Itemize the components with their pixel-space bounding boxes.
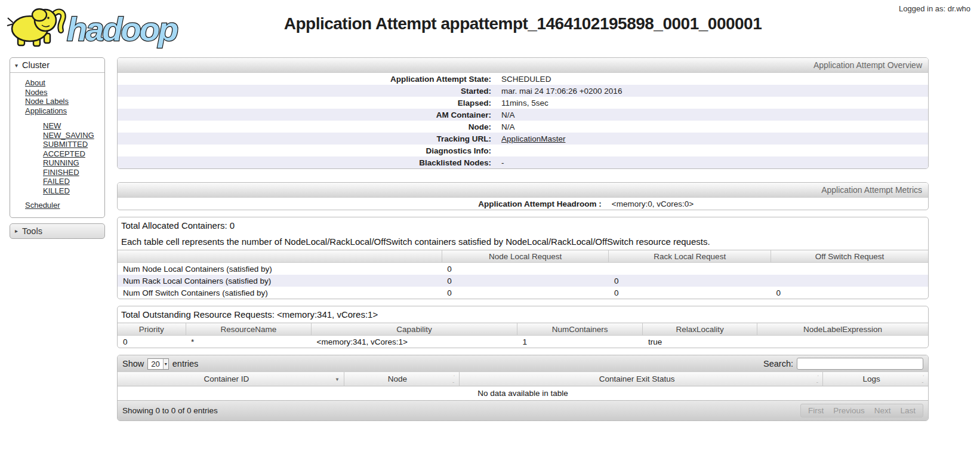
column-header-nodelabelexpression: NodeLabelExpression <box>757 323 928 336</box>
list-item: SUBMITTED <box>43 140 104 149</box>
list-item: Nodes <box>25 88 104 97</box>
am-container-value: N/A <box>494 109 928 121</box>
sidebar-item-accepted[interactable]: ACCEPTED <box>43 149 85 158</box>
hadoop-wordmark: hadoop <box>67 10 178 48</box>
sort-both-icon: ˈˍ <box>453 376 455 382</box>
containers-datatable-box: Show 20 ▾ entries Search: Container <box>117 355 929 421</box>
column-header-priority: Priority <box>118 323 186 336</box>
elapsed-value: 11mins, 5sec <box>494 97 928 109</box>
scheduler-link-list: Scheduler <box>10 201 104 210</box>
list-item: NEW <box>43 121 104 131</box>
triangle-right-icon: ▸ <box>15 228 18 234</box>
sort-both-icon: ˈˍ <box>816 376 818 382</box>
overview-box: Application Attempt Overview Application… <box>117 57 929 169</box>
row-label: Application Attempt State: <box>118 73 494 85</box>
tools-accordion-header[interactable]: ▸ Tools <box>10 223 105 239</box>
sidebar: ▾ Cluster About Nodes Node Labels Applic… <box>10 57 105 428</box>
list-item: About <box>25 78 104 88</box>
pagination-previous-button[interactable]: Previous <box>833 406 865 415</box>
table-header-row: Node Local Request Rack Local Request Of… <box>118 250 928 263</box>
row-label: Diagnostics Info: <box>118 145 494 156</box>
metrics-box: Application Attempt Metrics Application … <box>117 182 929 210</box>
row-label: Application Attempt Headroom : <box>118 198 604 210</box>
node-value: N/A <box>494 121 928 133</box>
tools-label: Tools <box>22 226 42 236</box>
list-item: RUNNING <box>43 158 104 168</box>
metrics-table: Application Attempt Headroom :<memory:0,… <box>118 198 928 210</box>
cell-value <box>757 336 928 348</box>
column-header-label: Node <box>388 374 407 383</box>
sidebar-item-finished[interactable]: FINISHED <box>43 168 79 177</box>
row-label: Tracking URL: <box>118 133 494 145</box>
allocated-table: Node Local Request Rack Local Request Of… <box>118 250 928 299</box>
list-item: FINISHED <box>43 168 104 177</box>
table-row: AM Container:N/A <box>118 109 928 121</box>
triangle-down-icon: ▾ <box>15 62 18 69</box>
sidebar-item-killed[interactable]: KILLED <box>43 186 70 195</box>
show-label: Show <box>122 359 144 368</box>
cell-value: 0 <box>609 287 771 299</box>
blacklisted-nodes-value: - <box>494 156 928 168</box>
pagination-next-button[interactable]: Next <box>874 406 891 415</box>
cell-value: true <box>643 336 757 348</box>
list-item: Applications <box>25 106 104 116</box>
sidebar-item-submitted[interactable]: SUBMITTED <box>43 140 88 149</box>
sidebar-item-failed[interactable]: FAILED <box>43 177 70 186</box>
column-header-numcontainers: NumContainers <box>517 323 642 336</box>
sidebar-item-running[interactable]: RUNNING <box>43 158 79 167</box>
allocated-containers-box: Total Allocated Containers: 0 Each table… <box>117 217 929 299</box>
column-header-container-exit-status[interactable]: Container Exit Status ˈˍ <box>459 372 823 386</box>
sidebar-item-new[interactable]: NEW <box>43 121 61 130</box>
sidebar-item-new-saving[interactable]: NEW_SAVING <box>43 131 94 140</box>
table-row: Num Rack Local Containers (satisfied by)… <box>118 275 928 287</box>
chevron-down-icon: ▾ <box>163 359 168 369</box>
application-master-link[interactable]: ApplicationMaster <box>501 134 565 143</box>
column-header-container-id[interactable]: Container ID ▼ <box>118 372 344 386</box>
pagination-last-button[interactable]: Last <box>900 406 916 415</box>
column-header-label: Logs <box>863 374 880 383</box>
table-row: Node:N/A <box>118 121 928 133</box>
page-size-value: 20 <box>151 360 159 368</box>
hadoop-logo: hadoop <box>5 2 184 55</box>
datatable-header-row: Container ID ▼ Node ˈˍ Container Exit St… <box>118 372 928 386</box>
column-header-rack-local: Rack Local Request <box>609 250 771 263</box>
headroom-value: <memory:0, vCores:0> <box>604 198 928 210</box>
sidebar-item-node-labels[interactable]: Node Labels <box>25 97 69 106</box>
total-outstanding-requests: Total Outstanding Resource Requests: <me… <box>118 306 928 322</box>
app-attempt-state-value: SCHEDULED <box>494 73 928 85</box>
sort-both-icon: ˈˍ <box>922 376 924 382</box>
sidebar-item-applications[interactable]: Applications <box>25 106 67 115</box>
sidebar-item-about[interactable]: About <box>25 78 45 87</box>
pagination-first-button[interactable]: First <box>808 406 824 415</box>
metrics-bar-title: Application Attempt Metrics <box>118 183 928 198</box>
cluster-nav-box: ▾ Cluster About Nodes Node Labels Applic… <box>10 57 105 218</box>
cell-value: 0 <box>442 263 609 275</box>
row-label: Started: <box>118 85 494 97</box>
column-header-label: Container ID <box>204 374 249 383</box>
yarn-app-attempt-page: Logged in as: dr.who <box>0 0 980 473</box>
table-row: Diagnostics Info: <box>118 145 928 156</box>
list-item: NEW_SAVING <box>43 131 104 140</box>
cluster-links: About Nodes Node Labels Applications <box>10 78 104 115</box>
row-label: Num Node Local Containers (satisfied by) <box>118 263 442 275</box>
diagnostics-info-value <box>494 145 928 156</box>
sidebar-item-scheduler[interactable]: Scheduler <box>25 201 60 210</box>
table-row: Application Attempt Headroom :<memory:0,… <box>118 198 928 210</box>
table-row: Num Node Local Containers (satisfied by)… <box>118 263 928 275</box>
column-header-logs[interactable]: Logs ˈˍ <box>822 372 928 386</box>
cell-value: <memory:341, vCores:1> <box>312 336 517 348</box>
list-item: Scheduler <box>25 201 104 210</box>
application-state-links: NEW NEW_SAVING SUBMITTED ACCEPTED RUNNIN… <box>10 121 104 195</box>
datatable-toolbar: Show 20 ▾ entries Search: <box>118 355 928 372</box>
column-header-blank <box>118 250 442 263</box>
cell-value: * <box>186 336 311 348</box>
search-input[interactable] <box>797 358 923 370</box>
cluster-accordion-header[interactable]: ▾ Cluster <box>10 58 104 73</box>
overview-bar-title: Application Attempt Overview <box>118 58 928 73</box>
page-size-select[interactable]: 20 ▾ <box>147 358 168 370</box>
sidebar-item-nodes[interactable]: Nodes <box>25 88 48 97</box>
cell-value: 0 <box>442 275 609 287</box>
column-header-node[interactable]: Node ˈˍ <box>344 372 459 386</box>
sort-desc-icon: ▼ <box>335 376 340 382</box>
cell-value <box>609 263 771 275</box>
